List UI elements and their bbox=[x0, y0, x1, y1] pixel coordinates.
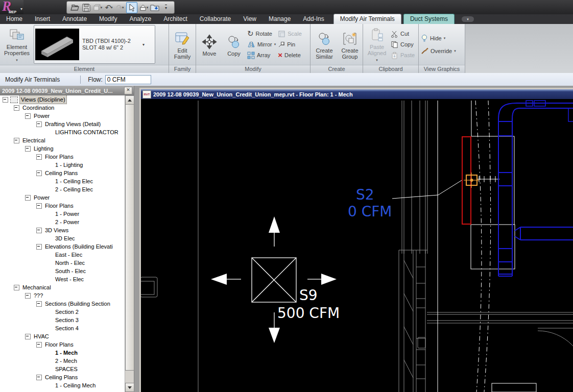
paste-aligned-button[interactable]: Paste Aligned ▾ bbox=[365, 26, 389, 63]
tree-collapse-icon[interactable] bbox=[36, 203, 42, 209]
open-button[interactable] bbox=[70, 3, 80, 13]
tree-collapse-icon[interactable] bbox=[25, 113, 31, 119]
tree-item-2-mech[interactable]: 2 - Mech bbox=[0, 357, 125, 365]
edit-family-button[interactable]: Edit Family bbox=[171, 30, 194, 60]
tree-item-south-elec[interactable]: South - Elec bbox=[0, 267, 125, 275]
tree-item-2-power[interactable]: 2 - Power bbox=[0, 218, 125, 226]
tree-item-ceiling-plans[interactable]: Ceiling Plans bbox=[0, 373, 125, 381]
cut-button[interactable]: Cut bbox=[391, 30, 415, 38]
tab-manage[interactable]: Manage bbox=[262, 14, 297, 24]
create-similar-button[interactable]: Create Similar bbox=[313, 30, 336, 60]
flow-input[interactable] bbox=[105, 75, 151, 84]
tree-item-lighting-contactor[interactable]: LIGHTING CONTACTOR bbox=[0, 128, 125, 136]
save-button[interactable] bbox=[81, 3, 91, 13]
tab-view[interactable]: View bbox=[237, 14, 262, 24]
tree-item-power[interactable]: Power bbox=[0, 112, 125, 120]
scrollbar-thumb[interactable] bbox=[125, 104, 134, 371]
tree-item-floor-plans[interactable]: Floor Plans bbox=[0, 202, 125, 210]
create-group-button[interactable]: Create Group bbox=[338, 30, 362, 60]
drawing-canvas[interactable]: S9 500 CFM bbox=[141, 99, 573, 392]
tree-item-2-ceiling-elec[interactable]: 2 - Ceiling Elec bbox=[0, 185, 125, 193]
tab-architect[interactable]: Architect bbox=[157, 14, 194, 24]
undo-button[interactable]: ↶▾ bbox=[104, 3, 114, 13]
customize-qat-button[interactable]: ▾ bbox=[161, 3, 171, 13]
tree-collapse-icon[interactable] bbox=[36, 301, 42, 307]
tree-item-1-ceiling-mech[interactable]: 1 - Ceiling Mech bbox=[0, 381, 125, 389]
default-3d-view-button[interactable]: ▾ bbox=[138, 3, 149, 13]
tree-item-3d-views[interactable]: 3D Views bbox=[0, 226, 125, 234]
tree-item-1-power[interactable]: 1 - Power bbox=[0, 210, 125, 218]
tree-collapse-icon[interactable] bbox=[36, 375, 42, 380]
tree-item-floor-plans[interactable]: Floor Plans bbox=[0, 153, 125, 161]
tree-item-section-4[interactable]: Section 4 bbox=[0, 324, 125, 332]
tree-collapse-icon[interactable] bbox=[14, 105, 19, 111]
tree-item-1-lighting[interactable]: 1 - Lighting bbox=[0, 161, 125, 169]
tree-item-3d-elec[interactable]: 3D Elec bbox=[0, 234, 125, 242]
mirror-button[interactable]: Mirror▾ bbox=[247, 40, 276, 49]
tree-item-section-2[interactable]: Section 2 bbox=[0, 308, 125, 316]
transfer-standards-button[interactable]: ▾ bbox=[92, 3, 103, 13]
tab-add-ins[interactable]: Add-Ins bbox=[297, 14, 330, 24]
tree-collapse-icon[interactable] bbox=[36, 154, 42, 160]
tab-insert[interactable]: Insert bbox=[29, 14, 56, 24]
tree-item-views-discipline-[interactable]: Views (Discipline) bbox=[0, 95, 125, 104]
tree-collapse-icon[interactable] bbox=[36, 228, 42, 233]
tab-collaborate[interactable]: Collaborate bbox=[194, 14, 237, 24]
duct-lines[interactable] bbox=[498, 101, 573, 276]
load-family-button[interactable] bbox=[150, 3, 160, 13]
tree-collapse-icon[interactable] bbox=[36, 170, 42, 176]
tree-item-drafting-views-detail-[interactable]: Drafting Views (Detail) bbox=[0, 120, 125, 128]
scale-button[interactable]: Scale bbox=[278, 30, 302, 38]
array-button[interactable]: Array bbox=[247, 51, 276, 60]
tree-item-west-elec[interactable]: West - Elec bbox=[0, 275, 125, 283]
tree-item--[interactable]: ??? bbox=[0, 291, 125, 300]
floor-plan-view[interactable]: S9 500 CFM bbox=[141, 99, 573, 392]
modify-cursor-button[interactable] bbox=[126, 2, 137, 13]
tree-item-east-elec[interactable]: East - Elec bbox=[0, 251, 125, 259]
tree-item-lighting[interactable]: Lighting bbox=[0, 144, 125, 153]
tree-item-hvac[interactable]: HVAC bbox=[0, 332, 125, 340]
tree-collapse-icon[interactable] bbox=[25, 293, 31, 299]
tree-item-floor-plans[interactable]: Floor Plans bbox=[0, 340, 125, 349]
tree-collapse-icon[interactable] bbox=[36, 244, 42, 250]
tree-collapse-icon[interactable] bbox=[25, 334, 31, 339]
tree-scrollbar[interactable] bbox=[125, 95, 134, 392]
move-button[interactable]: Move bbox=[198, 33, 221, 57]
tree-collapse-icon[interactable] bbox=[36, 121, 42, 127]
tree-item-section-3[interactable]: Section 3 bbox=[0, 316, 125, 324]
element-properties-button[interactable]: Element Properties ▾ bbox=[2, 26, 32, 63]
tab-overflow-button[interactable]: ▾ bbox=[462, 16, 474, 22]
redo-button[interactable]: ↷▾ bbox=[115, 3, 125, 13]
delete-button[interactable]: ×Delete bbox=[278, 51, 302, 60]
project-browser-titlebar[interactable]: 2009 12-08 09039_New_Union_Credit_U... ✕ bbox=[0, 86, 134, 95]
pin-button[interactable]: Pin bbox=[278, 40, 302, 49]
scroll-up-button[interactable] bbox=[125, 95, 134, 105]
close-icon[interactable]: ✕ bbox=[124, 87, 132, 94]
tree-item-north-elec[interactable]: North - Elec bbox=[0, 259, 125, 267]
drawing-window-titlebar[interactable]: RVT 2009 12-08 09039_New_Union_Credit_Un… bbox=[141, 89, 573, 99]
tree-item-spaces[interactable]: SPACES bbox=[0, 365, 125, 373]
hide-button[interactable]: Hide▾ bbox=[421, 34, 456, 42]
override-button[interactable]: Override▾ bbox=[421, 46, 456, 55]
application-menu-button[interactable]: R MEP ▾ bbox=[0, 0, 23, 14]
copy-to-clipboard-button[interactable]: Copy bbox=[391, 40, 415, 49]
copy-button[interactable]: Copy bbox=[223, 33, 245, 57]
scroll-down-button[interactable] bbox=[125, 383, 134, 392]
tree-item-electrical[interactable]: Electrical bbox=[0, 136, 125, 144]
tree-collapse-icon[interactable] bbox=[3, 97, 8, 103]
tree-item-sections-building-section[interactable]: Sections (Building Section bbox=[0, 300, 125, 308]
paste-button[interactable]: Paste bbox=[391, 51, 415, 60]
rotate-button[interactable]: ↻Rotate bbox=[247, 30, 276, 38]
tree-collapse-icon[interactable] bbox=[25, 146, 31, 152]
tree-collapse-icon[interactable] bbox=[14, 285, 19, 290]
tree-collapse-icon[interactable] bbox=[14, 138, 19, 143]
type-selector[interactable]: TBD (TBDI 4100)-2 SLOT 48 w/ 6" 2 ▾ bbox=[34, 25, 155, 64]
tab-analyze[interactable]: Analyze bbox=[123, 14, 157, 24]
air-terminal-s2-tag[interactable]: S2 0 CFM bbox=[348, 186, 392, 220]
tree-collapse-icon[interactable] bbox=[36, 342, 42, 348]
tab-home[interactable]: Home bbox=[0, 14, 29, 24]
tree-item-power[interactable]: Power bbox=[0, 193, 125, 202]
tab-modify-air-terminals[interactable]: Modify Air Terminals bbox=[333, 14, 401, 24]
tab-duct-systems[interactable]: Duct Systems bbox=[403, 14, 455, 24]
tree-item-coordination[interactable]: Coordination bbox=[0, 104, 125, 112]
